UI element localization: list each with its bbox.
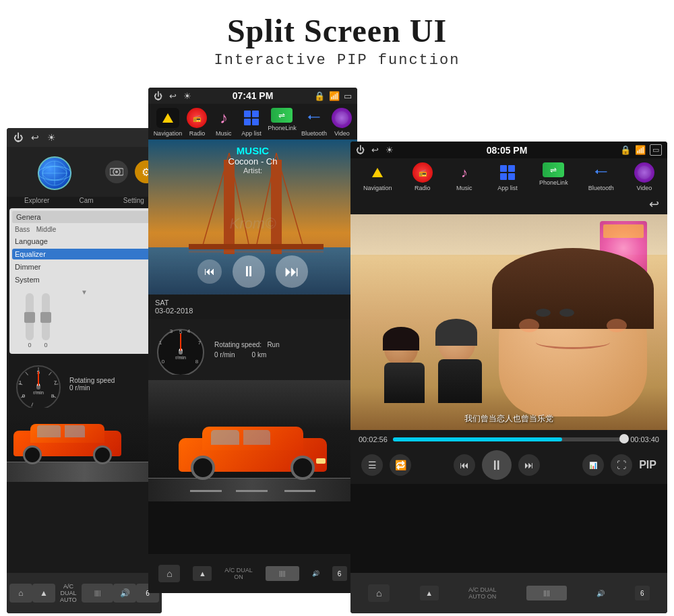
right-play-btn[interactable]: ⏸ — [482, 450, 512, 480]
eq-btn[interactable]: 📊 — [582, 454, 604, 476]
right-video-area: 我们曾当恋人也曾当乐党 — [350, 214, 667, 430]
mid-bottom-bar: ⌂ ▲ A/C DUAL ON |||| 🔊 6 — [148, 554, 357, 593]
mid-date-area: SAT 03-02-2018 — [148, 295, 357, 319]
right-nav-apps[interactable]: App list — [496, 162, 519, 191]
right-nav-video[interactable]: Video — [634, 162, 654, 191]
mid-nav-row: Navigation 📻 Radio ♪ Music — [148, 104, 357, 140]
music-song-name: Cocoon - Ch — [148, 156, 357, 166]
brightness-icon[interactable]: ☀ — [47, 132, 56, 143]
right-home-btn[interactable]: ⌂ — [368, 584, 390, 602]
screen-right: ⏻ ↩ ☀ 08:05 PM 🔒 📶 ▭ Navigation 📻 — [350, 142, 667, 613]
power-icon[interactable]: ⏻ — [13, 132, 23, 143]
screenshots-area: ⏻ ↩ ☀ ⚙ E — [0, 88, 674, 616]
temp-btn[interactable]: |||| — [82, 584, 113, 603]
right-topbar-left: ⏻ ↩ ☀ — [356, 145, 394, 155]
middle-slider[interactable] — [42, 293, 50, 340]
right-nav-video-label: Video — [636, 185, 652, 191]
right-next-btn[interactable]: ⏭ — [518, 454, 540, 476]
pip-label[interactable]: PIP — [639, 459, 656, 471]
home-btn[interactable]: ⌂ — [9, 584, 32, 603]
right-player-controls: ☰ 🔁 ⏮ ⏸ ⏭ 📊 ⛶ PIP — [350, 446, 667, 484]
svg-text:0: 0 — [162, 359, 165, 365]
right-nav-radio[interactable]: 📻 Radio — [412, 162, 433, 191]
right-back-btn[interactable]: ↩ — [649, 197, 659, 212]
nav-item-phonelink[interactable]: ⇌ PhoneLink — [268, 108, 297, 137]
right-prev-btn[interactable]: ⏮ — [454, 454, 475, 476]
right-vol-icon: 🔊 — [596, 590, 605, 597]
nav-item-radio[interactable]: 📻 Radio — [187, 108, 207, 137]
right-nav-radio-label: Radio — [415, 185, 431, 191]
nav-video-label: Video — [334, 130, 350, 137]
right-nav-phonelink[interactable]: ⇌ PhoneLink — [539, 162, 568, 191]
mid-vol-num[interactable]: 6 — [332, 566, 347, 581]
mid-home-btn[interactable]: ⌂ — [158, 565, 180, 582]
mid-topbar-right: 🔒 📶 ▭ — [314, 91, 352, 101]
mid-power-icon[interactable]: ⏻ — [154, 91, 162, 101]
language-row[interactable]: Language — [12, 236, 156, 247]
play-pause-btn[interactable]: ⏸ — [233, 255, 265, 288]
right-nav-music[interactable]: ♪ Music — [453, 162, 476, 191]
dimmer-row[interactable]: Dimmer — [12, 261, 156, 272]
volume-btn[interactable]: 🔊 — [113, 584, 136, 603]
equalizer-row[interactable]: Equalizer — [12, 249, 156, 259]
svg-text:r/min: r/min — [175, 355, 186, 360]
up-btn[interactable]: ▲ — [32, 584, 55, 603]
right-back-icon[interactable]: ↩ — [371, 145, 379, 155]
mid-back-icon[interactable]: ↩ — [169, 91, 177, 101]
cam-icon-btn[interactable] — [105, 160, 128, 183]
right-nav-bt-label: Bluetooth — [588, 185, 614, 191]
right-nav-bluetooth[interactable]: ⭠ Bluetooth — [588, 162, 614, 191]
ac-controls: A/C DUAL AUTO — [55, 583, 82, 603]
next-track-btn[interactable]: ⏭ — [276, 255, 308, 288]
nav-item-navigation[interactable]: Navigation — [154, 108, 183, 137]
progress-thumb[interactable] — [619, 434, 629, 443]
svg-text:1: 1 — [159, 340, 162, 346]
right-vol-num[interactable]: 6 — [635, 586, 650, 600]
mid-slider-control[interactable]: |||| — [266, 566, 299, 581]
car-illustration — [13, 431, 121, 468]
repeat-btn[interactable]: 🔁 — [390, 454, 411, 476]
eq-labels: Bass Middle — [12, 226, 156, 233]
mid-brightness-icon[interactable]: ☀ — [183, 91, 191, 101]
svg-text:r/min: r/min — [33, 390, 44, 395]
mid-wifi-icon: 📶 — [329, 91, 340, 101]
mid-topbar: ⏻ ↩ ☀ 07:41 PM 🔒 📶 ▭ — [148, 88, 357, 104]
page-subtitle: Interactive PIP function — [0, 52, 674, 69]
mid-date: 03-02-2018 — [155, 307, 193, 315]
right-nav-bt-icon: ⭠ — [590, 162, 613, 183]
right-slider-control[interactable]: |||| — [526, 586, 567, 600]
airplay-btn[interactable]: ⛶ — [611, 454, 632, 476]
right-power-icon[interactable]: ⏻ — [356, 145, 365, 155]
mid-speedometer: 5 7 1 0 8 3 4 r/min 0 — [154, 324, 208, 375]
time-current: 00:02:56 — [359, 435, 388, 443]
screen-middle: ⏻ ↩ ☀ 07:41 PM 🔒 📶 ▭ Navigation 📻 — [148, 88, 357, 593]
right-nav-navigation[interactable]: Navigation — [363, 162, 392, 191]
back-icon[interactable]: ↩ — [31, 132, 39, 143]
right-brightness-icon[interactable]: ☀ — [386, 145, 394, 155]
nav-music-label: Music — [216, 130, 232, 137]
mid-lock-icon: 🔒 — [314, 91, 325, 101]
right-nav-apps-icon — [496, 162, 519, 183]
svg-point-5 — [115, 171, 118, 173]
nav-item-applist[interactable]: App list — [240, 108, 263, 137]
playlist-btn[interactable]: ☰ — [361, 454, 383, 476]
mid-up-btn[interactable]: ▲ — [193, 566, 212, 581]
nav-video-icon — [332, 108, 352, 128]
nav-item-bluetooth[interactable]: ⭠ Bluetooth — [301, 108, 327, 137]
left-topbar: ⏻ ↩ ☀ — [7, 128, 162, 147]
nav-item-music[interactable]: ♪ Music — [212, 108, 235, 137]
right-wifi-icon: 📶 — [635, 145, 646, 155]
nav-item-video[interactable]: Video — [332, 108, 352, 137]
mid-time: 07:41 PM — [233, 90, 274, 101]
right-up-btn[interactable]: ▲ — [420, 586, 439, 600]
time-total: 00:03:40 — [630, 435, 659, 443]
left-speed-text: Rotating speed 0 r/min — [69, 377, 115, 392]
prev-track-btn[interactable]: ⏮ — [197, 259, 222, 284]
system-row[interactable]: System — [12, 274, 156, 285]
bass-slider[interactable] — [26, 293, 34, 340]
nav-radio-label: Radio — [189, 130, 206, 137]
right-battery-icon: ▭ — [650, 144, 662, 156]
svg-text:3: 3 — [170, 328, 173, 334]
mid-car-area — [148, 380, 357, 501]
progress-track[interactable] — [393, 437, 625, 441]
